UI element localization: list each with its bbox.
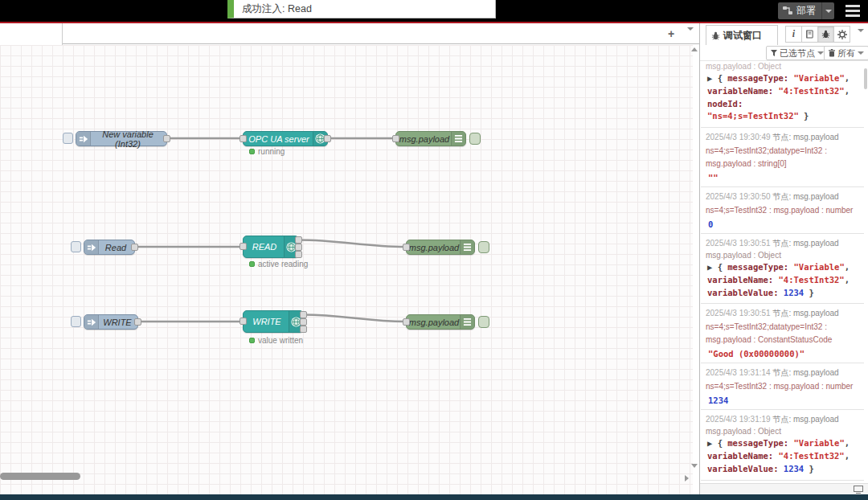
debug-message: 2025/4/3 19:31:19 节点: msg.payloadmsg.pay… [701,410,864,480]
debug-json-line: ▶ { messageType: "Variable", [707,72,861,85]
flow-canvas[interactable] [0,45,693,496]
status-text: value written [258,336,303,345]
filter-nodes-button[interactable]: 已选节点 [766,46,829,60]
node-inject-read[interactable]: Read [84,240,135,255]
json-token: "4:TestInt32" [779,451,845,461]
json-token: , [845,275,850,285]
debug-message-meta: 2025/4/3 19:30:51 节点: msg.payload [706,308,861,319]
sidebar-scrollbar[interactable] [864,68,867,89]
json-token: } [799,111,809,121]
node-opcua-server[interactable]: OPC UA server [243,131,328,146]
trash-icon [829,49,835,57]
debug-topic: ns=4;s=TestInt32 : msg.payload : number [706,204,861,217]
debug-toggle-button-2[interactable] [478,241,489,253]
tab-help-button[interactable] [801,26,818,43]
tab-config-button[interactable] [833,26,850,43]
debug-node-name: 节点: msg.payload [771,368,839,377]
input-port[interactable] [240,135,247,142]
inject-button-write[interactable] [71,316,81,327]
node-inject-new-variable[interactable]: New variable (Int32) [76,131,167,146]
node-label: msg.payload [407,318,461,327]
output-port[interactable] [300,311,307,318]
json-token: "Variable" [793,438,844,448]
node-label: New variable (Int32) [89,129,166,149]
input-port[interactable] [403,318,410,326]
json-token: "ns=4;s=TestInt32" [707,111,799,121]
tab-debug-window[interactable]: 调试窗口 [706,25,778,45]
debug-json-line: "ns=4;s=TestInt32" } [707,110,861,123]
tab-debug-button[interactable] [817,26,834,43]
input-port[interactable] [392,135,399,142]
add-flow-button[interactable]: + [668,28,674,39]
output-port[interactable] [300,318,307,326]
node-opcua-write[interactable]: WRITE [243,310,304,333]
output-port[interactable] [131,244,138,251]
flow-tab-active[interactable] [0,23,63,45]
debug-json-line: variableValue: 1234 } [707,463,861,476]
debug-toggle-button-1[interactable] [469,133,481,145]
node-opcua-read[interactable]: READ [243,236,299,258]
inject-button-new-variable[interactable] [63,133,73,144]
node-debug-3[interactable]: msg.payload [406,314,475,330]
output-port[interactable] [295,251,302,258]
json-token: "Variable" [793,262,844,272]
filter-icon [771,50,777,57]
debug-message: 2025/4/3 19:30:51 节点: msg.payloadns=4;s=… [701,304,864,363]
debug-message: 2025/4/3 19:31:14 节点: msg.payloadns=4;s=… [701,363,864,410]
deploy-button[interactable]: 部署 [778,2,834,19]
debug-message: msg.payload : Object▶ { messageType: "Va… [701,62,864,128]
output-port[interactable] [300,326,307,333]
debug-node-name: 节点: msg.payload [771,309,839,318]
scroll-up-arrow[interactable] [691,47,698,51]
expand-toggle[interactable]: ▶ { [707,73,727,83]
flow-list-caret[interactable] [687,31,694,43]
status-text: running [258,147,285,156]
json-token: "Variable" [793,73,844,83]
debug-toggle-button-3[interactable] [478,316,489,328]
open-window-icon[interactable] [854,486,863,494]
main-menu-button[interactable] [845,5,860,17]
debug-timestamp: 2025/4/3 19:31:14 [706,368,771,377]
json-token: variableName: [707,275,779,285]
node-debug-2[interactable]: msg.payload [406,240,475,255]
output-port[interactable] [134,318,141,326]
sidebar-title: 调试窗口 [723,29,762,43]
tab-info-button[interactable]: i [785,26,802,43]
output-port[interactable] [295,244,302,251]
workspace: + New variable (Int32) OPC UA server [0,23,699,494]
debug-timestamp: 2025/4/3 19:30:50 [706,192,771,201]
clear-label: 所有 [837,47,855,59]
expand-toggle[interactable]: ▶ { [707,438,727,448]
gear-icon [837,30,847,39]
debug-message-meta: 2025/4/3 19:31:14 节点: msg.payload [706,367,861,379]
input-port[interactable] [240,318,247,325]
inject-button-read[interactable] [71,241,81,252]
output-port[interactable] [324,135,331,142]
debug-timestamp: 2025/4/3 19:30:49 [706,133,771,141]
scroll-down-arrow[interactable] [691,464,698,468]
output-port[interactable] [295,236,302,244]
expand-toggle[interactable]: ▶ { [707,262,727,272]
deploy-options-caret[interactable] [821,2,834,19]
node-label: OPC UA server [244,134,314,144]
status-dot-icon [249,261,255,267]
debug-json-line: variableName: "4:TestInt32", nodeId: [707,85,861,111]
debug-message-meta: 2025/4/3 19:30:50 节点: msg.payload [706,191,861,203]
debug-value: "Good (0x00000000)" [706,346,861,359]
info-icon: i [792,28,795,40]
scroll-right-arrow[interactable] [685,475,689,482]
status-dot-icon [249,338,255,343]
debug-timestamp: 2025/4/3 19:31:19 [706,415,771,424]
debug-message-list[interactable]: msg.payload : Object▶ { messageType: "Va… [701,62,864,482]
input-port[interactable] [403,244,410,251]
json-token: , [845,73,850,83]
input-port[interactable] [240,243,247,250]
debug-node-name: 节点: msg.payload [771,415,839,424]
node-inject-write[interactable]: WRITE [84,314,138,330]
node-debug-1[interactable]: msg.payload [395,131,466,146]
horizontal-scrollbar[interactable] [0,473,80,480]
clear-messages-button[interactable]: 所有 [824,46,868,60]
book-icon [805,30,814,39]
output-port[interactable] [163,135,170,142]
debug-list-icon [460,315,474,329]
